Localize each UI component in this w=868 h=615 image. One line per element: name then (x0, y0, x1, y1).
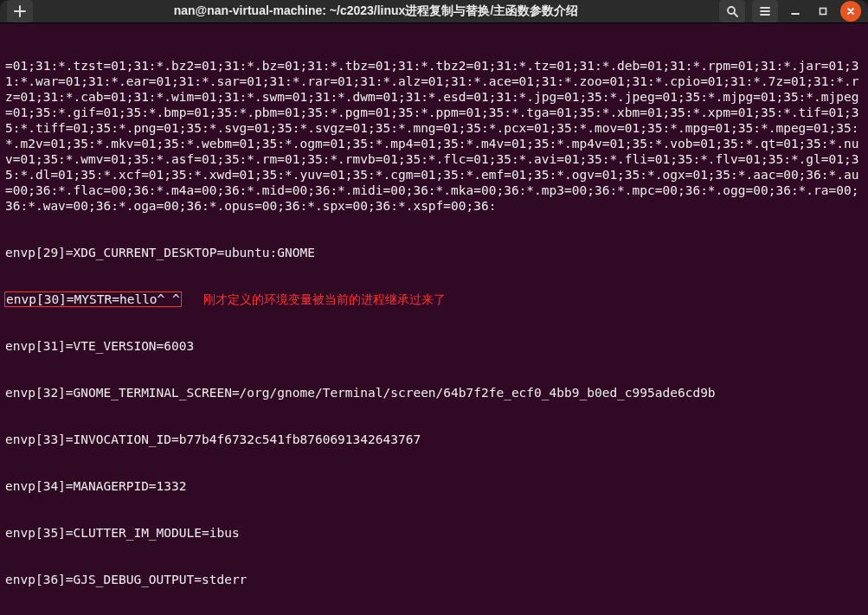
titlebar: nan@nan-virtual-machine: ~/c2023/linux进程… (0, 0, 868, 23)
search-icon (726, 5, 738, 17)
terminal-line: envp[36]=GJS_DEBUG_OUTPUT=stderr (5, 572, 863, 587)
minimize-button[interactable] (785, 1, 806, 22)
terminal-window: nan@nan-virtual-machine: ~/c2023/linux进程… (0, 0, 868, 615)
terminal-line: =01;31:*.tzst=01;31:*.bz2=01;31:*.bz=01;… (5, 58, 863, 214)
terminal-line: envp[29]=XDG_CURRENT_DESKTOP=ubuntu:GNOM… (5, 245, 863, 260)
maximize-icon (818, 6, 828, 16)
close-button[interactable] (840, 1, 861, 22)
annotation-text: 刚才定义的环境变量被当前的进程继承过来了 (203, 292, 446, 306)
window-title: nan@nan-virtual-machine: ~/c2023/linux进程… (38, 3, 714, 19)
terminal-line: envp[31]=VTE_VERSION=6003 (5, 338, 863, 354)
terminal-line: envp[35]=CLUTTER_IM_MODULE=ibus (5, 525, 863, 541)
minimize-icon (790, 6, 800, 16)
terminal-content[interactable]: =01;31:*.tzst=01;31:*.bz2=01;31:*.bz=01;… (0, 23, 868, 615)
terminal-line: envp[34]=MANAGERPID=1332 (5, 478, 863, 494)
plus-icon (14, 5, 26, 17)
terminal-line: envp[32]=GNOME_TERMINAL_SCREEN=/org/gnom… (5, 385, 863, 400)
close-icon (845, 6, 856, 16)
menu-button[interactable] (752, 0, 778, 22)
new-tab-button[interactable] (7, 0, 33, 22)
terminal-line: envp[33]=INVOCATION_ID=b77b4f6732c541fb8… (5, 432, 863, 447)
maximize-button[interactable] (813, 1, 833, 22)
hamburger-icon (759, 5, 771, 17)
svg-rect-1 (820, 9, 826, 15)
highlight-box: envp[30]=MYSTR=hello^_^ (5, 292, 181, 306)
terminal-line: envp[30]=MYSTR=hello^_^ 刚才定义的环境变量被当前的进程继… (5, 291, 863, 307)
titlebar-right (719, 0, 861, 22)
search-button[interactable] (719, 0, 745, 22)
